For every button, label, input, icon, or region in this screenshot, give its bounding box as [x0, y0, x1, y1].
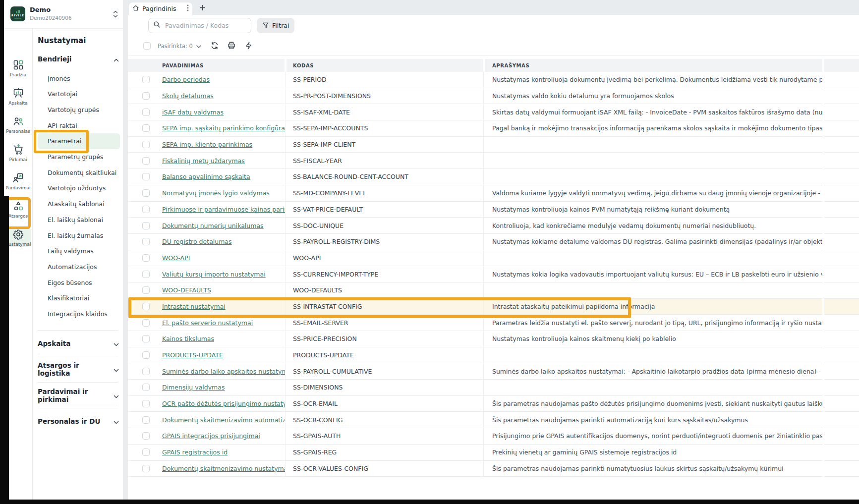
- sidebar-item-integracijos-klaidos[interactable]: Integracijos klaidos: [33, 306, 123, 322]
- parameter-name-link[interactable]: Dokumentų numerių unikalumas: [162, 222, 264, 229]
- company-switcher-icon[interactable]: [112, 10, 120, 19]
- sidebar-item-parametr-grup-s[interactable]: Parametrų grupės: [33, 149, 123, 165]
- parameter-name-link[interactable]: Dokumentų skaitmenizavimo automatizacija: [162, 416, 286, 424]
- parameter-name-link[interactable]: Normatyvų įmonės lygio valdymas: [162, 189, 270, 197]
- rail-item-apskaita[interactable]: Apskaita: [5, 86, 31, 106]
- sidebar-item-el-lai-k-ablonai[interactable]: El. laiškų šablonai: [33, 212, 123, 227]
- sidebar-item-automatizacijos[interactable]: Automatizacijos: [33, 259, 123, 275]
- parameter-name-link[interactable]: Dimensijų valdymas: [162, 384, 225, 391]
- sidebar-item-eigos-b-senos[interactable]: Eigos būsenos: [33, 275, 123, 290]
- row-checkbox[interactable]: [142, 238, 150, 245]
- parameter-name-link[interactable]: OCR pašto dėžutės prisijungimo nustatyma…: [162, 400, 286, 407]
- sidebar-item-api-raktai[interactable]: API raktai: [33, 117, 123, 133]
- chevron-down-icon: [196, 43, 201, 50]
- row-checkbox[interactable]: [142, 448, 150, 456]
- row-checkbox[interactable]: [142, 141, 150, 148]
- parameter-name-link[interactable]: Suminės darbo laiko apskaitos nustatymai: [162, 368, 286, 375]
- rail-item-personalas[interactable]: Personalas: [5, 114, 31, 134]
- sidebar-item-label: Integracijos klaidos: [33, 310, 108, 318]
- print-icon[interactable]: [227, 41, 237, 51]
- parameter-name-link[interactable]: iSAF datų valdymas: [162, 109, 224, 116]
- parameter-name-link[interactable]: WOO-DEFAULTS: [162, 286, 211, 294]
- sidebar-item-vartotoj-grup-s[interactable]: Vartotojų grupės: [33, 102, 123, 117]
- row-checkbox[interactable]: [142, 109, 150, 116]
- row-checkbox[interactable]: [142, 319, 150, 327]
- row-checkbox[interactable]: [142, 254, 150, 262]
- parameter-name-link[interactable]: SEPA imp. sąskaitų parinkimo konfigūraci…: [162, 124, 286, 132]
- refresh-icon[interactable]: [210, 41, 220, 51]
- table-row-ss-dimensions: Dimensijų valdymasSS-DIMENSIONS: [128, 380, 859, 396]
- row-checkbox[interactable]: [142, 157, 150, 165]
- row-checkbox[interactable]: [142, 384, 150, 391]
- select-all-checkbox[interactable]: [143, 42, 151, 50]
- sidebar-item-el-lai-k-urnalas[interactable]: El. laiškų žurnalas: [33, 227, 123, 243]
- selected-count-dropdown[interactable]: Pasirinkta: 0: [158, 38, 201, 55]
- row-checkbox[interactable]: [142, 432, 150, 440]
- row-checkbox[interactable]: [142, 271, 150, 278]
- row-checkbox[interactable]: [142, 76, 150, 83]
- tab-pagrindinis[interactable]: Pagrindinis: [129, 2, 192, 15]
- sidebar-group-bendrieji[interactable]: Bendrieji: [38, 52, 119, 66]
- parameter-name-link[interactable]: Kainos tikslumas: [162, 335, 214, 342]
- parameter-description: Nustatymas valdo kokiu detalumu yra form…: [484, 88, 822, 105]
- parameter-name-link[interactable]: Intrastat nustatymai: [162, 303, 226, 310]
- sidebar-item-ataskait-ablonai[interactable]: Ataskaitų šablonai: [33, 196, 123, 212]
- sidebar-item-vartotojo-u-duotys[interactable]: Vartotojo užduotys: [33, 180, 123, 196]
- parameter-name-link[interactable]: Dokumentų skaitmenizavimo nustatymai: [162, 465, 286, 472]
- parameter-description: Nustatymas kontroliuoja kainos skaitmenų…: [484, 331, 822, 347]
- automation-lightning-icon[interactable]: [244, 41, 254, 51]
- row-checkbox[interactable]: [142, 189, 150, 197]
- sidebar-section-pardavimai-ir-pirkimai[interactable]: Pardavimai ir pirkimai: [38, 388, 119, 403]
- row-checkbox[interactable]: [142, 335, 150, 342]
- row-checkbox[interactable]: [142, 465, 150, 472]
- row-checkbox[interactable]: [142, 124, 150, 132]
- parameter-name-link[interactable]: Fiskalinių metų uždarymas: [162, 157, 245, 165]
- sidebar-item-klasifikatoriai[interactable]: Klasifikatoriai: [33, 290, 123, 306]
- parameter-name-link[interactable]: GPAIS registracijos id: [162, 448, 228, 456]
- row-checkbox[interactable]: [142, 222, 150, 229]
- parameter-name-link[interactable]: SEPA imp. kliento parinkimas: [162, 141, 252, 148]
- parameter-name-link[interactable]: El. pašto serverio nustatymai: [162, 319, 253, 327]
- sidebar-item-vartotojai[interactable]: Vartotojai: [33, 86, 123, 102]
- parameter-name-link[interactable]: WOO-API: [162, 254, 190, 262]
- row-checkbox[interactable]: [142, 92, 150, 100]
- rail-item-prad-ia[interactable]: Pradžia: [5, 57, 31, 77]
- parameter-name-link[interactable]: GPAIS integracijos prisijungimai: [162, 432, 260, 440]
- sidebar-section-apskaita[interactable]: Apskaita: [38, 336, 119, 351]
- rail-item-pardavimai[interactable]: Pardavimai: [5, 170, 31, 190]
- parameter-name-link[interactable]: Darbo periodas: [162, 76, 210, 83]
- rail-item-pirkimai[interactable]: Pirkimai: [5, 142, 31, 162]
- sidebar-item-fail-valdymas[interactable]: Failų valdymas: [33, 243, 123, 259]
- row-extra-cell: [824, 185, 859, 202]
- dashboard-icon: [12, 59, 24, 71]
- filter-funnel-icon: [262, 21, 269, 30]
- row-checkbox[interactable]: [142, 400, 150, 407]
- row-checkbox[interactable]: [142, 303, 150, 310]
- sidebar-section-atsargos-ir-logistika[interactable]: Atsargos ir logistika: [38, 361, 119, 377]
- sidebar-item-mon-s[interactable]: Įmonės: [33, 70, 123, 86]
- row-checkbox[interactable]: [142, 286, 150, 294]
- sidebar-item-dokument-skaitliukai[interactable]: Dokumentų skaitliukai: [33, 165, 123, 180]
- row-checkbox[interactable]: [142, 416, 150, 424]
- rail-item-atsargos[interactable]: Atsargos: [5, 199, 31, 219]
- sidebar-item-parametrai[interactable]: Parametrai: [38, 133, 120, 149]
- sidebar-section-personalas-ir-du[interactable]: Personalas ir DU: [38, 413, 119, 429]
- row-checkbox[interactable]: [142, 206, 150, 213]
- row-checkbox[interactable]: [142, 368, 150, 375]
- tab-menu-kebab-icon[interactable]: [187, 4, 189, 13]
- rivile-logo: RIVILE: [10, 6, 25, 21]
- row-checkbox[interactable]: [142, 351, 150, 359]
- parameter-name-link[interactable]: Valiutų kursų importo nustatymai: [162, 271, 266, 278]
- filters-button[interactable]: Filtrai: [257, 18, 294, 33]
- parameter-code: SS-GPAIS-REG: [286, 445, 484, 461]
- parameter-name-link[interactable]: Balanso apvalinimo sąskaita: [162, 173, 250, 180]
- parameter-name-link[interactable]: DU registro detalumas: [162, 238, 232, 245]
- parameter-name-link[interactable]: PRODUCTS-UPDATE: [162, 351, 223, 359]
- parameter-name-link[interactable]: Pirkimuose ir pardavimuose kainas parink…: [162, 206, 286, 213]
- row-checkbox[interactable]: [142, 173, 150, 180]
- parameter-name-link[interactable]: Skolų detalumas: [162, 92, 214, 100]
- new-tab-button[interactable]: [198, 3, 207, 12]
- table-row-woo-defaults: WOO-DEFAULTSWOO-DEFAULTS: [128, 282, 859, 299]
- rail-item-nustatymai[interactable]: Nustatymai: [5, 227, 31, 247]
- search-input[interactable]: [164, 21, 246, 30]
